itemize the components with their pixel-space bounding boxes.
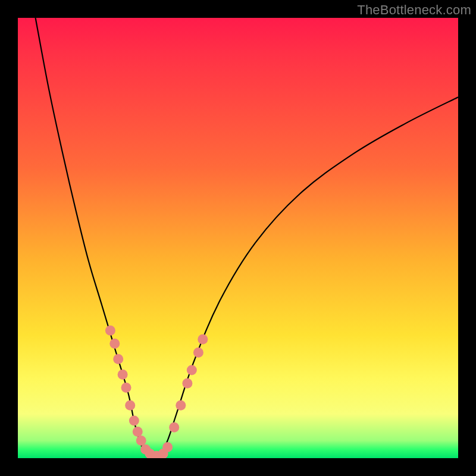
curve-group xyxy=(36,18,458,458)
data-point xyxy=(118,369,128,380)
data-point xyxy=(152,451,162,458)
plot-area xyxy=(18,18,458,458)
chart-frame: TheBottleneck.com xyxy=(0,0,476,476)
data-point xyxy=(187,365,197,375)
data-point xyxy=(182,378,192,389)
data-point xyxy=(140,444,151,455)
data-point xyxy=(193,347,203,358)
data-point xyxy=(133,427,143,437)
data-point xyxy=(158,449,168,458)
data-point xyxy=(121,383,131,393)
data-point xyxy=(198,334,208,345)
data-point xyxy=(145,449,155,458)
data-point xyxy=(169,422,179,433)
bottleneck-curve xyxy=(36,18,458,458)
curve-layer xyxy=(18,18,458,458)
data-point xyxy=(162,442,173,452)
data-point xyxy=(113,354,123,364)
data-point xyxy=(176,400,186,411)
watermark-text: TheBottleneck.com xyxy=(357,2,471,18)
data-point xyxy=(109,339,120,349)
data-point xyxy=(105,325,115,336)
data-point xyxy=(125,400,135,411)
data-point xyxy=(129,416,139,426)
data-point xyxy=(136,436,146,446)
dots-group xyxy=(105,325,208,458)
